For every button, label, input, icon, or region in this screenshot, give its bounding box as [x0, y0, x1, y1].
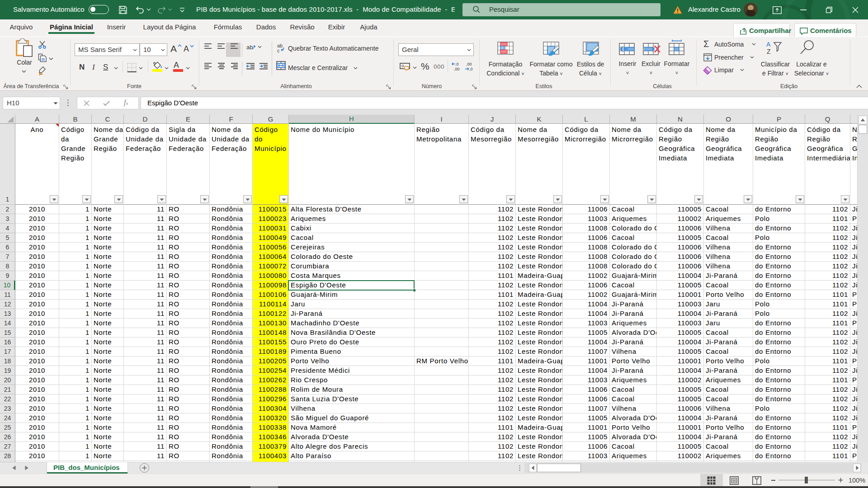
- svg-text:,0: ,0: [469, 67, 473, 71]
- svg-text:ab: ab: [246, 44, 253, 51]
- svg-text:A: A: [766, 41, 771, 48]
- svg-text:,00: ,00: [454, 67, 460, 71]
- svg-text:,00: ,00: [466, 62, 472, 66]
- svg-text:Z: Z: [767, 48, 771, 55]
- svg-text:c: c: [277, 48, 280, 53]
- svg-text:,0: ,0: [455, 62, 459, 66]
